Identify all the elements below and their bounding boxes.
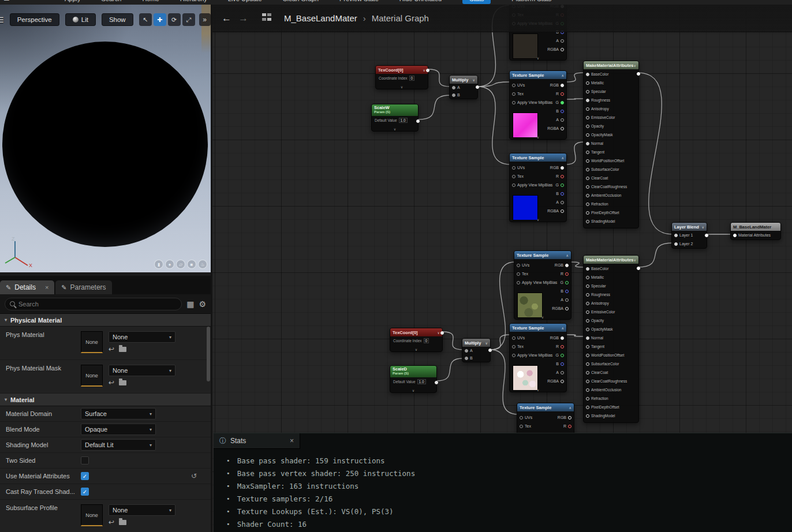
pin-dot[interactable] (426, 69, 429, 72)
pin-dot[interactable] (520, 416, 523, 419)
collapse-icon[interactable]: ∨ (438, 331, 440, 335)
pin-dot[interactable] (586, 107, 589, 111)
node-multiply[interactable]: Multiply∨ AB (462, 338, 491, 362)
expand-icon[interactable]: ∨ (394, 127, 396, 131)
node-texcoord-0[interactable]: TexCoord[0]∨ Coordinate Index0 ∨ (375, 65, 428, 89)
pin-dot[interactable] (520, 425, 523, 428)
pin-dot[interactable] (586, 90, 589, 93)
settings-gear-icon[interactable]: ⚙ (199, 299, 206, 309)
pin-dot[interactable] (440, 331, 444, 335)
pin-dot[interactable] (561, 84, 564, 87)
pin-dot[interactable] (586, 406, 589, 409)
pin-dot[interactable] (512, 166, 515, 170)
pin-dot[interactable] (674, 242, 678, 246)
pin-dot[interactable] (465, 357, 468, 360)
cast-ray-traced-shad-checkbox[interactable]: ✓ (81, 488, 89, 496)
pin-dot[interactable] (586, 284, 589, 288)
breadcrumb-root[interactable]: M_BaseLandMater (284, 13, 357, 23)
toolbar-item-hierarchy[interactable]: Hierarchy (180, 0, 207, 2)
toolbar-item-clean-graph[interactable]: Clean Graph (283, 0, 319, 2)
phys-material-mask-thumbnail[interactable]: None (81, 365, 103, 387)
use-selected-asset-icon[interactable]: ↩ (109, 518, 114, 526)
pin-dot[interactable] (586, 276, 589, 279)
pin-dot[interactable] (565, 264, 569, 267)
pin-dot[interactable] (586, 371, 589, 374)
pin-dot[interactable] (586, 293, 589, 297)
pin-dot[interactable] (586, 380, 589, 383)
subsurface-profile-thumbnail[interactable]: None (81, 504, 103, 526)
pin-dot[interactable] (568, 416, 571, 419)
pin-dot[interactable] (586, 328, 589, 331)
pin-dot[interactable] (561, 345, 564, 349)
node-texture-sample[interactable]: Texture Sample∧ UVsTexApply View MipBias… (509, 153, 567, 222)
pin-dot[interactable] (586, 354, 589, 357)
pin-dot[interactable] (561, 192, 564, 196)
lit-button[interactable]: Lit (65, 13, 96, 26)
collapse-icon[interactable]: ∨ (423, 68, 425, 72)
pin-dot[interactable] (512, 84, 515, 87)
pin-dot[interactable] (512, 336, 515, 340)
browse-to-asset-icon[interactable] (119, 520, 126, 525)
pin-dot[interactable] (517, 272, 520, 276)
pin-dot[interactable] (674, 234, 678, 237)
pin-dot[interactable] (586, 267, 589, 271)
collapse-icon[interactable]: ∧ (562, 73, 564, 77)
shading-model-dropdown[interactable]: Default Lit▾ (81, 439, 156, 451)
node-layer-blend[interactable]: Layer Blend∨ Layer 1Layer 2 (671, 222, 707, 249)
pin-dot[interactable] (568, 425, 571, 428)
pin-dot[interactable] (452, 93, 455, 97)
toolbar-item-preview-state[interactable]: Preview State (339, 0, 379, 2)
pin-dot[interactable] (586, 142, 589, 145)
pin-dot[interactable] (565, 290, 569, 293)
node-scalew[interactable]: ScaleWParam (S) Default Value1.0 ∨ (371, 104, 419, 132)
pin-dot[interactable] (586, 133, 589, 137)
node-scaled[interactable]: ScaleDParam (S) Default Value1.0 ∨ (390, 365, 437, 393)
phys-material-dropdown[interactable]: None▾ (109, 331, 175, 343)
preview-shape-plane-icon[interactable]: ▱ (176, 260, 185, 269)
toolbar-item-apply[interactable]: Apply (65, 0, 81, 2)
section-caret-icon[interactable]: ▾ (5, 317, 7, 323)
pin-dot[interactable] (586, 336, 589, 340)
phys-material-mask-dropdown[interactable]: None▾ (109, 365, 175, 376)
node-m-baselandmater[interactable]: M_BaseLandMater Material Attributes (730, 222, 781, 240)
pin-dot[interactable] (561, 127, 564, 130)
pin-dot[interactable] (586, 302, 589, 305)
expand-icon[interactable]: ∨ (537, 56, 539, 60)
toolbar-item-stats[interactable]: Stats (462, 0, 491, 4)
expand-icon[interactable]: ∨ (541, 315, 544, 319)
pin-dot[interactable] (586, 116, 589, 119)
node-texture-sample[interactable]: Texture Sample∧ UVsTexApply View MipBias… (509, 323, 567, 392)
preview-shape-cylinder-icon[interactable]: ▮ (154, 260, 163, 269)
move-tool-icon[interactable]: ✚ (154, 13, 166, 26)
collapse-icon[interactable]: ∧ (569, 406, 571, 410)
pin-dot[interactable] (512, 354, 515, 357)
pin-dot[interactable] (586, 73, 589, 76)
collapse-icon[interactable]: ∧ (562, 326, 564, 330)
pin-dot[interactable] (586, 194, 589, 197)
pin-dot[interactable] (586, 81, 589, 85)
preview-shape-sphere-icon[interactable]: ● (165, 260, 174, 269)
phys-material-thumbnail[interactable]: None (81, 331, 103, 353)
display-filter-icon[interactable]: ▦ (186, 299, 194, 309)
details-scrollbar[interactable] (207, 327, 210, 381)
preview-viewport[interactable]: ☰ Perspective Lit Show ↖✚⟳⤢» Z X ▮●▱■♨ (0, 5, 211, 272)
pin-dot[interactable] (565, 298, 569, 302)
collapse-icon[interactable]: ∧ (566, 253, 569, 257)
pin-dot[interactable] (586, 151, 589, 154)
toolbar-item-live-update[interactable]: Live Update (228, 0, 262, 2)
pin-dot[interactable] (561, 48, 564, 51)
pin-dot[interactable] (561, 39, 564, 43)
pin-dot[interactable] (586, 185, 589, 189)
tab-parameters[interactable]: ✎ Parameters (55, 280, 111, 294)
pin-dot[interactable] (517, 281, 520, 284)
browse-to-asset-icon[interactable] (119, 347, 126, 352)
expand-icon[interactable]: ∨ (412, 388, 414, 392)
pin-dot[interactable] (561, 371, 564, 374)
section-physical-material[interactable]: ▾Physical Material (0, 314, 211, 327)
two-sided-checkbox[interactable] (81, 456, 89, 464)
pin-dot[interactable] (565, 307, 569, 310)
collapse-icon[interactable]: ∧ (562, 156, 564, 160)
search-input[interactable] (18, 301, 177, 308)
close-stats-icon[interactable]: × (290, 437, 294, 445)
pin-dot[interactable] (512, 175, 515, 178)
